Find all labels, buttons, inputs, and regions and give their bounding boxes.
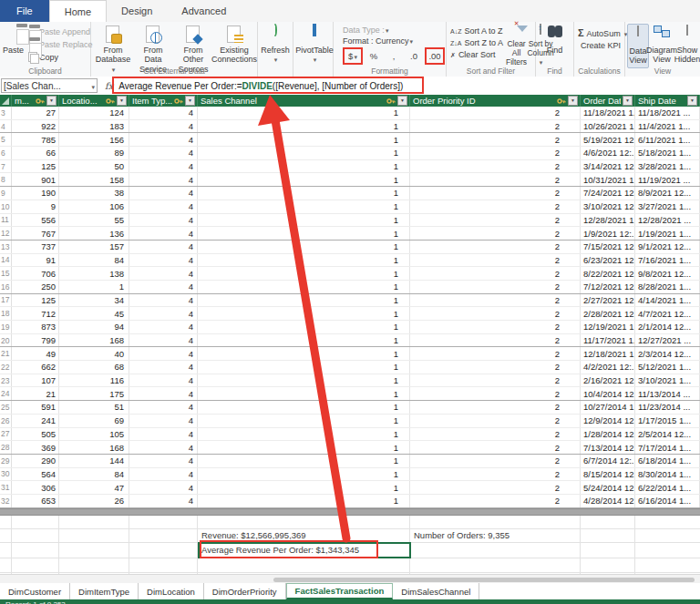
cell[interactable]: 505: [12, 428, 59, 441]
cell[interactable]: 11/23/2014 ...: [635, 401, 700, 414]
cell[interactable]: 4: [129, 455, 198, 467]
cell[interactable]: 785: [12, 133, 59, 146]
cell[interactable]: 4: [129, 387, 198, 400]
cell[interactable]: 7/16/2021 1...: [635, 254, 700, 267]
cell[interactable]: 2: [410, 415, 581, 427]
sheet-tab-dimsaleschannel[interactable]: DimSalesChannel: [393, 583, 479, 599]
cell[interactable]: 5/24/2014 12...: [581, 481, 635, 494]
cell[interactable]: 4: [129, 481, 198, 494]
row-number[interactable]: 22: [0, 361, 12, 374]
clear-all-filters-button[interactable]: Clear All Filters: [505, 24, 528, 68]
cell[interactable]: 1: [198, 415, 410, 427]
column-header-item-typ[interactable]: Item Typ...▼: [129, 95, 198, 107]
cell[interactable]: 45: [59, 307, 129, 320]
data-type-dropdown[interactable]: Data Type :: [343, 26, 440, 35]
cell[interactable]: 653: [12, 495, 59, 507]
autosum-button[interactable]: ΣAutoSum: [576, 27, 623, 39]
filter-dropdown-icon[interactable]: ▼: [46, 96, 57, 106]
cell[interactable]: 1: [198, 173, 410, 186]
cell[interactable]: 12/18/2021 1...: [581, 347, 635, 360]
cell[interactable]: 10/27/2014 1...: [581, 401, 635, 414]
cell[interactable]: 2: [410, 334, 581, 347]
cell[interactable]: 2: [410, 214, 581, 227]
cell[interactable]: 9/8/2021 12...: [635, 267, 700, 280]
column-header-locatio[interactable]: Locatio...▼: [59, 95, 129, 107]
cell[interactable]: 1: [59, 281, 129, 293]
grid-measure-separator[interactable]: [0, 508, 700, 516]
row-number[interactable]: 16: [0, 281, 12, 293]
cell[interactable]: 1: [198, 214, 410, 227]
tab-home[interactable]: Home: [49, 0, 107, 22]
cell[interactable]: 4: [129, 307, 198, 320]
row-number[interactable]: 27: [0, 428, 12, 441]
cell[interactable]: 11/17/2021 1...: [581, 334, 635, 347]
cell[interactable]: 1: [198, 428, 410, 441]
cell[interactable]: 91: [12, 254, 59, 267]
cell[interactable]: 4: [129, 428, 198, 441]
pivottable-button[interactable]: PivotTable: [295, 24, 334, 67]
cell[interactable]: 11/4/2021 1...: [635, 120, 700, 133]
sheet-tab-dimitemtype[interactable]: DimItemType: [70, 583, 139, 599]
horizontal-scrollbar[interactable]: [0, 574, 700, 583]
cell[interactable]: 69: [59, 415, 129, 427]
cell[interactable]: 10/4/2014 12...: [581, 387, 635, 400]
cell[interactable]: 47: [59, 481, 129, 494]
row-number[interactable]: 21: [0, 347, 12, 360]
cell[interactable]: 2: [410, 455, 581, 467]
cell[interactable]: 306: [12, 481, 59, 494]
cell[interactable]: 116: [59, 374, 129, 387]
cell[interactable]: 2/16/2021 12...: [581, 374, 635, 387]
filter-dropdown-icon[interactable]: ▼: [568, 96, 578, 106]
cell[interactable]: 7/13/2014 12...: [581, 441, 635, 454]
cell[interactable]: 136: [59, 227, 129, 240]
cell[interactable]: 89: [59, 147, 129, 159]
cell[interactable]: 1: [198, 200, 410, 213]
cell[interactable]: 12/9/2014 12...: [581, 415, 635, 427]
sheet-tab-dimlocation[interactable]: DimLocation: [139, 583, 204, 599]
paste-button[interactable]: Paste: [2, 24, 25, 56]
cell[interactable]: 4/7/2021 12...: [635, 307, 700, 320]
cell[interactable]: 2: [410, 441, 581, 454]
cell[interactable]: 10/31/2021 1...: [581, 173, 635, 186]
cell[interactable]: 175: [59, 387, 129, 400]
cell[interactable]: 12/27/2021 ...: [635, 334, 700, 347]
cell[interactable]: 2: [410, 133, 581, 146]
cell[interactable]: 8/28/2021 1...: [635, 281, 700, 293]
cell[interactable]: 3/28/2021 1...: [635, 160, 700, 173]
row-number[interactable]: 24: [0, 387, 12, 400]
cell[interactable]: 1: [198, 441, 410, 454]
cell[interactable]: 144: [59, 455, 129, 467]
cell[interactable]: 168: [59, 441, 129, 454]
cell[interactable]: 290: [12, 455, 59, 467]
cell[interactable]: 183: [59, 120, 129, 133]
cell[interactable]: 3/10/2021 12...: [581, 200, 635, 213]
cell[interactable]: 2: [410, 187, 581, 200]
cell[interactable]: 4: [129, 281, 198, 293]
filter-dropdown-icon[interactable]: ▼: [687, 96, 697, 106]
cell[interactable]: 124: [59, 107, 129, 119]
cell[interactable]: 9/1/2021 12...: [635, 241, 700, 253]
cell[interactable]: 2: [410, 267, 581, 280]
name-box-caret-icon[interactable]: [90, 81, 95, 91]
cell[interactable]: 84: [59, 468, 129, 481]
column-header-order-date[interactable]: Order Date▼: [581, 95, 635, 107]
cell[interactable]: 2/28/2021 12...: [581, 307, 635, 320]
cell[interactable]: 7/15/2021 12...: [581, 241, 635, 253]
record-navigator[interactable]: Record: 1 of 9,253: [5, 600, 66, 604]
tab-file[interactable]: File: [0, 0, 49, 22]
cell[interactable]: 1: [198, 334, 410, 347]
cell[interactable]: 4: [129, 374, 198, 387]
cell[interactable]: 55: [59, 214, 129, 227]
cell[interactable]: 1: [198, 455, 410, 467]
cell[interactable]: 27: [12, 107, 59, 119]
cell[interactable]: 4: [129, 441, 198, 454]
row-number[interactable]: 14: [0, 254, 12, 267]
row-number[interactable]: 28: [0, 441, 12, 454]
filter-dropdown-icon[interactable]: ▼: [117, 96, 127, 106]
cell[interactable]: 564: [12, 468, 59, 481]
filter-dropdown-icon[interactable]: ▼: [185, 96, 195, 106]
row-number[interactable]: 15: [0, 267, 12, 280]
cell[interactable]: 712: [12, 307, 59, 320]
thousands-separator-button[interactable]: ,: [385, 48, 403, 64]
cell[interactable]: 6/16/2014 1...: [635, 495, 700, 507]
